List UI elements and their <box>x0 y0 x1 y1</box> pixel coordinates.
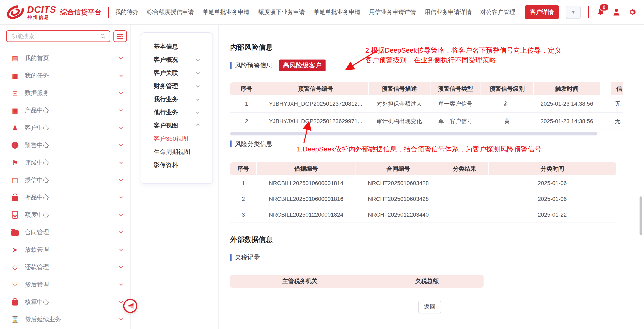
nav-tab-4[interactable]: 单笔单批业务申请 <box>314 8 360 16</box>
back-button[interactable]: 返回 <box>418 301 441 313</box>
notification-badge: 0 <box>600 4 609 11</box>
tab-customer-detail-active[interactable]: 客户详情 <box>525 5 559 19</box>
submenu-item-生命周期视图[interactable]: 生命周期视图 <box>154 145 212 159</box>
submenu-item-label: 基本信息 <box>154 42 178 51</box>
submenu-item-财务管理[interactable]: 财务管理 <box>154 80 212 93</box>
horizontal-scrollbar[interactable] <box>230 132 597 135</box>
collapse-arrow-icon <box>126 302 134 310</box>
column-header: 欠税总额 <box>370 275 484 288</box>
user-profile-icon[interactable] <box>612 8 621 16</box>
customer-section-menu: 基本信息客户概况客户关联财务管理我行业务他行业务客户视图客户360视图生命周期视… <box>141 32 213 184</box>
table-row: 1NRCBILL2025010600001814NRCHT20250106034… <box>230 175 616 191</box>
table-row: 1YJBHYJXH_DGP20250123720812...对外担保金额过大单一… <box>230 95 623 113</box>
bag-icon <box>10 298 20 306</box>
function-search-box[interactable] <box>6 30 110 42</box>
paper-plane-icon: ➤ <box>10 246 20 253</box>
annotation-note-1: 1.DeepSeek依托内外部数据信息，结合预警信号体系，为客户探测风险预警信号 <box>297 144 541 154</box>
sidebar-item-数据服务[interactable]: ⊞数据服务 <box>0 84 130 102</box>
settings-gear-icon[interactable] <box>628 8 637 16</box>
submenu-item-label: 他行业务 <box>154 108 178 117</box>
submenu-item-客户概况[interactable]: 客户概况 <box>154 53 212 66</box>
chevron-down-icon <box>119 195 123 199</box>
submenu-item-客户视图[interactable]: 客户视图 <box>154 119 212 132</box>
table-cell <box>441 175 488 191</box>
nav-tab-7[interactable]: 对公客户管理 <box>480 8 515 16</box>
table-cell: 1 <box>230 95 263 113</box>
sidebar-item-押品中心[interactable]: 押品中心 <box>0 189 130 206</box>
menu-toggle-button[interactable] <box>114 30 127 42</box>
internal-risk-title: 内部风险信息 <box>230 42 273 52</box>
sidebar-item-label: 核算中心 <box>25 298 120 306</box>
logo-divider <box>108 7 109 18</box>
column-header: 借据编号 <box>256 162 356 175</box>
main-content: 内部风险信息 风险预警信息 高风险级客户 2.根据DeepSeek传导策略，将客… <box>218 25 644 329</box>
table-row: 2YJBHYJXH_DGP20250123629971...审计机构出现变化单一… <box>230 113 623 130</box>
tax-table-wrap: 主管税务机关欠税总额 <box>230 275 486 288</box>
sidebar-item-产品中心[interactable]: ▣产品中心 <box>0 102 130 119</box>
chevron-down-icon: ▼ <box>571 9 576 15</box>
submenu-item-基本信息[interactable]: 基本信息 <box>154 40 212 53</box>
nav-tab-6[interactable]: 用信业务申请详情 <box>424 8 472 16</box>
chevron-down-icon <box>119 247 123 251</box>
sidebar-item-客户中心[interactable]: ♟客户中心 <box>0 119 130 136</box>
sidebar-item-贷后管理[interactable]: Ψ贷后管理 <box>0 276 130 293</box>
table-cell: 2 <box>230 191 256 207</box>
column-header: 分类结果 <box>441 162 488 175</box>
chevron-down-icon <box>119 230 123 233</box>
table-cell: 红 <box>481 95 534 113</box>
submenu-item-label: 客户视图 <box>154 121 178 130</box>
top-bar: DCITS 神州信息 综合信贷平台 我的待办综合额度授信申请单笔单批业务申请额度… <box>0 0 644 25</box>
hourglass-icon: ⌛ <box>10 316 20 323</box>
table-cell: 3 <box>230 207 256 223</box>
sidebar-item-核算中心[interactable]: 核算中心 <box>0 293 130 311</box>
sidebar-collapse-button[interactable] <box>123 299 137 313</box>
nav-tab-1[interactable]: 综合额度授信申请 <box>147 8 194 16</box>
submenu-item-我行业务[interactable]: 我行业务 <box>154 93 212 106</box>
table-cell: 2 <box>230 113 263 130</box>
column-header: 预警信号类型 <box>430 82 481 95</box>
notification-bell-icon[interactable]: 0 <box>596 8 605 16</box>
nav-tab-3[interactable]: 额度项下业务申请 <box>258 8 305 16</box>
sidebar-item-label: 数据服务 <box>25 89 120 97</box>
submenu-item-他行业务[interactable]: 他行业务 <box>154 106 212 119</box>
user-icon: ♟ <box>10 124 20 131</box>
sidebar-item-我的任务[interactable]: ▦我的任务 <box>0 67 130 84</box>
sidebar-item-我的首页[interactable]: ▤我的首页 <box>0 49 130 67</box>
nav-tab-5[interactable]: 用信业务申请详情 <box>369 8 416 16</box>
table-cell: 单一客户信号 <box>430 95 481 113</box>
risk-warning-table: 序号预警信号编号预警信号描述预警信号类型预警信号级别触发时间信1YJBHYJXH… <box>230 82 623 130</box>
table-cell: 2025-01-23 14:38:56 <box>534 95 600 113</box>
column-header: 预警信号编号 <box>263 82 368 95</box>
section-bar <box>230 254 232 261</box>
submenu-item-影像资料[interactable]: 影像资料 <box>154 159 212 172</box>
external-data-title: 外部数据信息 <box>230 235 273 244</box>
chevron-down-icon <box>119 56 123 59</box>
table-cell <box>441 191 488 207</box>
page-vertical-scrollbar[interactable] <box>640 196 642 235</box>
submenu-item-客户关联[interactable]: 客户关联 <box>154 66 212 80</box>
risk-class-section-label: 风险分类信息 <box>235 140 272 148</box>
search-input[interactable] <box>12 33 100 39</box>
flag-icon: ⚑ <box>10 159 20 166</box>
chevron-down-icon <box>196 97 200 101</box>
submenu-item-客户360视图[interactable]: 客户360视图 <box>154 132 212 145</box>
sidebar-item-还款管理[interactable]: ◇还款管理 <box>0 258 130 276</box>
dcits-swoosh-icon <box>6 3 25 21</box>
sidebar-item-放款管理[interactable]: ➤放款管理 <box>0 241 130 258</box>
table-cell: 无 <box>600 113 623 130</box>
tab-overflow-dropdown[interactable]: ▼ <box>566 6 581 18</box>
sidebar-item-评级中心[interactable]: ⚑评级中心 <box>0 154 130 171</box>
nav-tab-2[interactable]: 单笔单批业务申请 <box>202 8 250 16</box>
nav-tab-0[interactable]: 我的待办 <box>115 8 138 16</box>
sidebar-item-合同管理[interactable]: 合同管理 <box>0 224 130 241</box>
column-header: 触发时间 <box>534 82 600 95</box>
header-divider <box>588 6 589 18</box>
column-header: 信 <box>600 82 623 95</box>
chevron-down-icon <box>119 178 123 181</box>
sidebar-item-贷后延续业务[interactable]: ⌛贷后延续业务 <box>0 311 130 328</box>
submenu-item-label: 客户360视图 <box>154 135 188 143</box>
sidebar-item-额度中心[interactable]: W额度中心 <box>0 206 130 224</box>
tax-table: 主管税务机关欠税总额 <box>230 275 484 288</box>
sidebar-item-预警中心[interactable]: !预警中心 <box>0 136 130 154</box>
sidebar-item-授信中心[interactable]: ▤授信中心 <box>0 171 130 189</box>
